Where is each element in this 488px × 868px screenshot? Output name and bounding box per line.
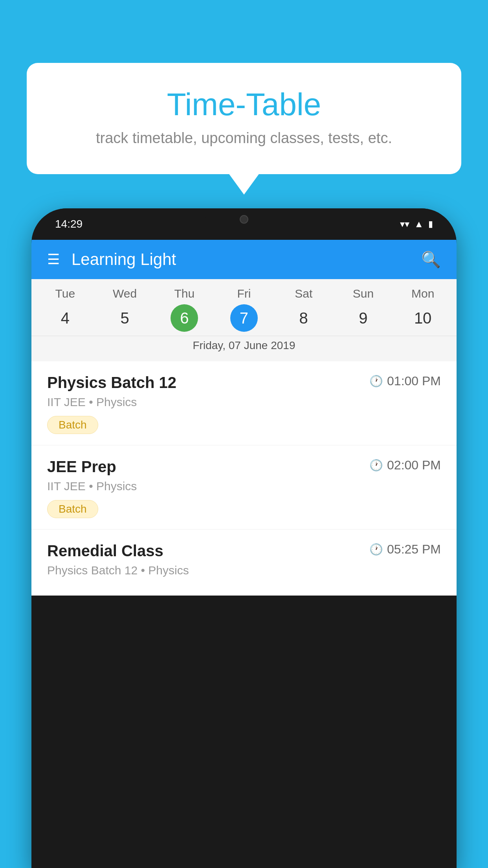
speech-bubble: Time-Table track timetable, upcoming cla…	[27, 63, 461, 174]
day-label-tue: Tue	[35, 287, 95, 300]
day-label-thu: Thu	[154, 287, 214, 300]
schedule-time-0: 🕐 01:00 PM	[369, 374, 441, 388]
phone-notch	[205, 208, 283, 230]
schedule-item-2-header: Remedial Class 🕐 05:25 PM	[47, 542, 441, 560]
schedule-item-2[interactable]: Remedial Class 🕐 05:25 PM Physics Batch …	[31, 530, 457, 596]
batch-badge-1: Batch	[47, 500, 98, 518]
calendar-strip: Tue Wed Thu Fri Sat Sun Mon 4 5 6 7 8 9 …	[31, 279, 457, 361]
day-num-10[interactable]: 10	[409, 304, 437, 332]
app-bar-title: Learning Light	[72, 250, 176, 269]
status-icons: ▾▾ ▲ ▮	[400, 219, 433, 230]
schedule-item-1-header: JEE Prep 🕐 02:00 PM	[47, 458, 441, 476]
day-numbers: 4 5 6 7 8 9 10	[31, 304, 457, 332]
schedule-time-value-0: 01:00 PM	[387, 374, 441, 388]
day-num-4[interactable]: 4	[51, 304, 79, 332]
status-bar: 14:29 ▾▾ ▲ ▮	[31, 208, 457, 240]
search-icon[interactable]: 🔍	[421, 250, 441, 269]
phone-frame: 14:29 ▾▾ ▲ ▮ ☰ Learning Light 🔍 Tue Wed …	[31, 208, 457, 868]
schedule-time-value-2: 05:25 PM	[387, 542, 441, 557]
day-num-6-today[interactable]: 6	[171, 304, 198, 332]
schedule-item-0-header: Physics Batch 12 🕐 01:00 PM	[47, 374, 441, 392]
status-time: 14:29	[55, 218, 83, 230]
batch-badge-0: Batch	[47, 416, 98, 434]
day-num-8[interactable]: 8	[290, 304, 317, 332]
schedule-title-2: Remedial Class	[47, 542, 163, 560]
day-label-mon: Mon	[393, 287, 453, 300]
clock-icon-1: 🕐	[369, 459, 383, 472]
bubble-subtitle: track timetable, upcoming classes, tests…	[50, 130, 438, 147]
app-bar: ☰ Learning Light 🔍	[31, 240, 457, 279]
hamburger-icon[interactable]: ☰	[47, 251, 60, 268]
schedule-container: Physics Batch 12 🕐 01:00 PM IIT JEE • Ph…	[31, 361, 457, 596]
battery-icon: ▮	[428, 219, 433, 229]
selected-date-label: Friday, 07 June 2019	[31, 336, 457, 357]
day-num-5[interactable]: 5	[111, 304, 139, 332]
schedule-title-0: Physics Batch 12	[47, 374, 176, 392]
schedule-item-1[interactable]: JEE Prep 🕐 02:00 PM IIT JEE • Physics Ba…	[31, 445, 457, 530]
app-bar-left: ☰ Learning Light	[47, 250, 176, 269]
clock-icon-2: 🕐	[369, 543, 383, 556]
wifi-icon: ▾▾	[400, 219, 409, 230]
schedule-item-0[interactable]: Physics Batch 12 🕐 01:00 PM IIT JEE • Ph…	[31, 361, 457, 445]
clock-icon-0: 🕐	[369, 375, 383, 388]
schedule-meta-2: Physics Batch 12 • Physics	[47, 564, 441, 577]
schedule-time-1: 🕐 02:00 PM	[369, 458, 441, 473]
day-label-wed: Wed	[95, 287, 155, 300]
day-num-9[interactable]: 9	[349, 304, 377, 332]
day-label-fri: Fri	[214, 287, 274, 300]
day-labels: Tue Wed Thu Fri Sat Sun Mon	[31, 287, 457, 300]
schedule-time-2: 🕐 05:25 PM	[369, 542, 441, 557]
day-label-sat: Sat	[274, 287, 334, 300]
schedule-title-1: JEE Prep	[47, 458, 116, 476]
bubble-title: Time-Table	[50, 86, 438, 123]
phone-camera	[240, 215, 248, 224]
schedule-time-value-1: 02:00 PM	[387, 458, 441, 473]
day-label-sun: Sun	[334, 287, 393, 300]
signal-icon: ▲	[414, 219, 424, 230]
day-num-7-selected[interactable]: 7	[230, 304, 258, 332]
schedule-meta-0: IIT JEE • Physics	[47, 395, 441, 409]
schedule-meta-1: IIT JEE • Physics	[47, 480, 441, 493]
